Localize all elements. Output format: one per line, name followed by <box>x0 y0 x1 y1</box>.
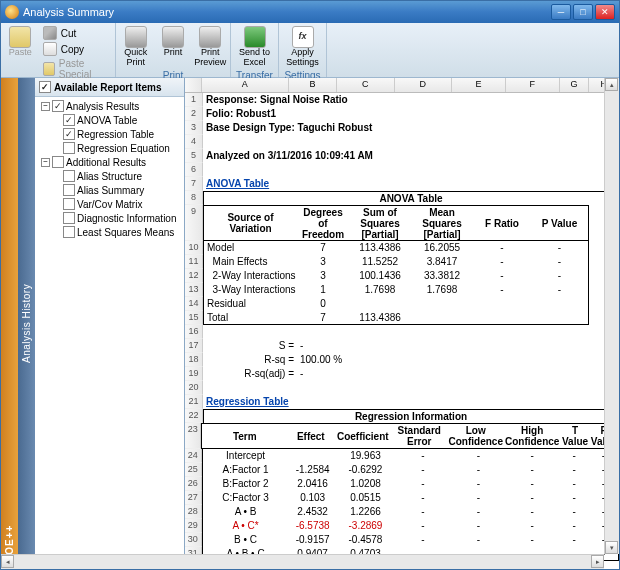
minimize-button[interactable]: ─ <box>551 4 571 20</box>
row-header[interactable]: 22 <box>185 409 203 423</box>
row-header[interactable]: 2 <box>185 107 203 121</box>
row-header[interactable]: 20 <box>185 381 203 395</box>
row-header[interactable]: 19 <box>185 367 203 381</box>
row-header[interactable]: 16 <box>185 325 203 339</box>
row-header[interactable]: 9 <box>185 205 203 241</box>
row-header[interactable]: 13 <box>185 283 203 297</box>
col-header-G[interactable]: G <box>560 78 590 92</box>
reg-cell: - <box>394 463 451 477</box>
anova-cell: - <box>531 269 589 283</box>
row-header[interactable]: 24 <box>185 449 202 463</box>
regression-table-link[interactable]: Regression Table <box>203 395 292 409</box>
tree-node-alias-structure[interactable]: Alias Structure <box>37 169 182 183</box>
reg-hdr-t: T Value <box>560 423 589 449</box>
tree-node-regression-table[interactable]: ✓Regression Table <box>37 127 182 141</box>
row-header[interactable]: 10 <box>185 241 203 255</box>
row-header[interactable]: 26 <box>185 477 202 491</box>
print-button[interactable]: Print <box>155 25 190 59</box>
row-header[interactable]: 17 <box>185 339 203 353</box>
reg-cell: -0.4578 <box>337 533 394 547</box>
print-preview-icon <box>199 26 221 48</box>
row-header[interactable]: 12 <box>185 269 203 283</box>
row-header[interactable]: 6 <box>185 163 203 177</box>
scroll-right-icon[interactable]: ▸ <box>591 555 604 568</box>
tree-node-varcov-matrix[interactable]: Var/Cov Matrix <box>37 197 182 211</box>
corner-cell[interactable] <box>185 78 202 92</box>
close-button[interactable]: ✕ <box>595 4 615 20</box>
paste-button[interactable]: Paste <box>3 25 38 59</box>
col-header-E[interactable]: E <box>452 78 506 92</box>
anova-cell: 3 <box>297 255 349 269</box>
anova-table-link[interactable]: ANOVA Table <box>203 177 272 191</box>
anova-cell <box>411 297 473 311</box>
anova-cell: - <box>531 255 589 269</box>
cut-button[interactable]: Cut <box>40 25 113 41</box>
reg-cell: - <box>505 491 559 505</box>
reg-cell: - <box>394 477 451 491</box>
row-header[interactable]: 18 <box>185 353 203 367</box>
anova-cell <box>531 297 589 311</box>
stat-label: R-sq = <box>203 353 297 367</box>
doe-vertical-bar[interactable]: DOE++ <box>1 78 18 569</box>
collapse-icon[interactable]: − <box>41 102 50 111</box>
scroll-up-icon[interactable]: ▴ <box>605 78 618 91</box>
reg-cell: - <box>505 533 559 547</box>
row-header[interactable]: 4 <box>185 135 203 149</box>
anova-cell: 1 <box>297 283 349 297</box>
anova-hdr-dof: Degrees of Freedom <box>297 205 349 241</box>
row-header[interactable]: 3 <box>185 121 203 135</box>
row-header[interactable]: 29 <box>185 519 202 533</box>
col-header-C[interactable]: C <box>337 78 394 92</box>
tree-node-diagnostic-info[interactable]: Diagnostic Information <box>37 211 182 225</box>
row-header[interactable]: 28 <box>185 505 202 519</box>
row-header[interactable]: 11 <box>185 255 203 269</box>
reg-cell: -1.2584 <box>289 463 337 477</box>
tree-node-regression-equation[interactable]: Regression Equation <box>37 141 182 155</box>
analysis-history-bar[interactable]: Analysis History <box>18 78 35 569</box>
copy-button[interactable]: Copy <box>40 41 113 57</box>
send-to-excel-button[interactable]: Send to Excel <box>233 25 276 69</box>
titlebar: Analysis Summary ─ □ ✕ <box>1 1 619 23</box>
reg-cell <box>289 449 337 463</box>
col-header-D[interactable]: D <box>395 78 452 92</box>
row-header[interactable]: 27 <box>185 491 202 505</box>
maximize-button[interactable]: □ <box>573 4 593 20</box>
row-header[interactable]: 21 <box>185 395 203 409</box>
tree-node-lsm[interactable]: Least Squares Means <box>37 225 182 239</box>
col-header-F[interactable]: F <box>506 78 560 92</box>
checkbox-icon[interactable]: ✓ <box>39 81 51 93</box>
anova-cell: - <box>473 283 531 297</box>
row-header[interactable]: 5 <box>185 149 203 163</box>
row-header[interactable]: 15 <box>185 311 203 325</box>
col-header-B[interactable]: B <box>289 78 337 92</box>
apply-settings-button[interactable]: fxApply Settings <box>281 25 324 69</box>
row-header[interactable]: 8 <box>185 191 203 205</box>
row-header[interactable]: 25 <box>185 463 202 477</box>
anova-hdr-ss: Sum of Squares [Partial] <box>349 205 411 241</box>
row-header[interactable]: 7 <box>185 177 203 191</box>
row-header[interactable]: 1 <box>185 93 203 107</box>
row-header[interactable]: 23 <box>185 423 201 449</box>
anova-cell <box>473 297 531 311</box>
response-label: Response: Signal Noise Ratio <box>203 93 351 107</box>
tree-node-additional-results[interactable]: −Additional Results <box>37 155 182 169</box>
quick-print-button[interactable]: Quick Print <box>118 25 153 69</box>
tree-node-alias-summary[interactable]: Alias Summary <box>37 183 182 197</box>
vertical-scrollbar[interactable]: ▴ ▾ <box>604 78 619 554</box>
horizontal-scrollbar[interactable]: ◂ ▸ <box>185 554 604 569</box>
sheet-rows[interactable]: 1Response: Signal Noise Ratio 2Folio: Ro… <box>185 93 619 569</box>
reg-cell: - <box>505 449 559 463</box>
row-header[interactable]: 14 <box>185 297 203 311</box>
scroll-down-icon[interactable]: ▾ <box>605 541 618 554</box>
reg-cell: - <box>559 533 589 547</box>
row-header[interactable]: 30 <box>185 533 202 547</box>
reg-cell: 1.2266 <box>337 505 394 519</box>
print-preview-button[interactable]: Print Preview <box>193 25 228 69</box>
reg-cell: - <box>452 449 506 463</box>
anova-hdr-source: Source of Variation <box>203 205 297 241</box>
reg-cell: - <box>394 491 451 505</box>
tree-node-analysis-results[interactable]: −✓Analysis Results <box>37 99 182 113</box>
collapse-icon[interactable]: − <box>41 158 50 167</box>
col-header-A[interactable]: A <box>202 78 289 92</box>
tree-node-anova-table[interactable]: ✓ANOVA Table <box>37 113 182 127</box>
